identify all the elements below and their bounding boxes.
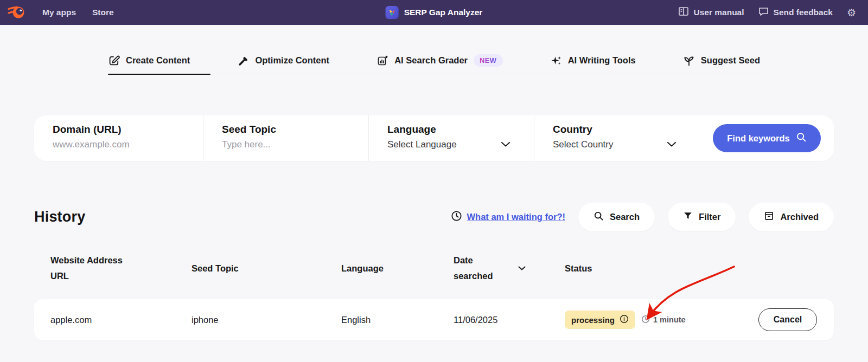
domain-field[interactable]: Domain (URL) <box>34 115 203 161</box>
column-language: Language <box>341 261 454 276</box>
history-header: History What am I waiting for?! Search <box>34 202 834 231</box>
search-icon <box>593 211 604 223</box>
tab-ai-writing-tools-label: AI Writing Tools <box>568 55 636 66</box>
tab-suggest-seed[interactable]: Suggest Seed <box>683 55 760 67</box>
seed-topic-input[interactable] <box>222 139 347 150</box>
archived-button[interactable]: Archived <box>749 203 834 231</box>
domain-label: Domain (URL) <box>53 124 203 135</box>
row-seed-topic: iphone <box>192 315 341 325</box>
column-website-address: Website Address URL <box>50 253 132 284</box>
language-field[interactable]: Language Select Language <box>369 115 534 161</box>
serp-gap-analyzer-app-icon <box>386 6 399 19</box>
tab-create-content-label: Create Content <box>126 55 190 66</box>
clock-icon <box>641 315 650 325</box>
tab-create-content[interactable]: Create Content <box>108 55 190 67</box>
clock-icon <box>451 210 462 224</box>
sparkles-icon <box>550 55 562 67</box>
nav-store[interactable]: Store <box>92 8 114 17</box>
search-button-label: Search <box>610 212 640 222</box>
app-title: SERP Gap Analyzer <box>404 8 483 17</box>
status-badge: processing <box>565 311 635 329</box>
info-circle-icon[interactable] <box>620 314 629 325</box>
seedling-icon <box>683 55 695 67</box>
seed-topic-field[interactable]: Seed Topic <box>203 115 369 161</box>
tab-bar: Create Content Optimize Content AI Searc… <box>108 54 760 74</box>
user-manual-link[interactable]: User manual <box>678 7 744 18</box>
history-table-row: apple.com iphone English 11/06/2025 proc… <box>34 299 834 340</box>
send-feedback-link[interactable]: Send feedback <box>758 7 833 18</box>
gear-icon[interactable]: ⚙ <box>847 8 856 18</box>
language-label: Language <box>387 124 534 135</box>
tab-suggest-seed-label: Suggest Seed <box>701 55 760 66</box>
waiting-link-text[interactable]: What am I waiting for?! <box>467 212 566 222</box>
chat-bubble-icon <box>758 7 769 18</box>
row-status-cell: processing 1 minute <box>565 311 742 329</box>
seed-topic-label: Seed Topic <box>222 124 368 135</box>
column-date-searched-label: Date searched <box>454 253 503 284</box>
column-seed-topic: Seed Topic <box>192 261 341 276</box>
find-keywords-button[interactable]: Find keywords <box>713 124 821 152</box>
find-keywords-label: Find keywords <box>727 133 790 144</box>
column-status: Status <box>565 261 742 276</box>
history-title: History <box>34 209 85 225</box>
keyword-search-form: Domain (URL) Seed Topic Language Select … <box>34 115 834 161</box>
duration-label: 1 minute <box>653 315 686 324</box>
nav-my-apps[interactable]: My apps <box>42 8 76 17</box>
history-table-header: Website Address URL Seed Topic Language … <box>34 248 834 289</box>
grader-chart-icon <box>376 55 388 67</box>
funnel-icon <box>683 211 693 223</box>
column-date-searched[interactable]: Date searched <box>454 253 565 284</box>
filter-button-label: Filter <box>699 212 720 222</box>
country-label: Country <box>553 124 700 135</box>
cancel-button[interactable]: Cancel <box>758 308 817 331</box>
chevron-down-icon <box>666 140 677 150</box>
tab-optimize-content-label: Optimize Content <box>255 55 329 66</box>
tab-ai-writing-tools[interactable]: AI Writing Tools <box>550 55 636 67</box>
semrush-flame-icon[interactable] <box>8 4 26 21</box>
top-navbar: My apps Store SERP Gap Analyzer User man… <box>0 0 868 25</box>
archived-button-label: Archived <box>780 212 819 222</box>
country-select-value: Select Country <box>553 139 614 150</box>
archive-box-icon <box>764 211 774 223</box>
hammer-icon <box>237 55 249 67</box>
user-manual-label: User manual <box>694 8 744 17</box>
active-tab-underline <box>108 74 210 75</box>
country-select[interactable]: Select Country <box>553 139 700 150</box>
send-feedback-label: Send feedback <box>774 8 833 17</box>
row-date: 11/06/2025 <box>454 315 565 325</box>
tab-ai-search-grader[interactable]: AI Search Grader NEW <box>376 54 502 67</box>
new-badge: NEW <box>474 54 503 67</box>
search-button[interactable]: Search <box>578 203 655 231</box>
waiting-info-link[interactable]: What am I waiting for?! <box>451 210 566 224</box>
processing-duration: 1 minute <box>641 315 686 325</box>
book-icon <box>678 7 689 18</box>
domain-input[interactable] <box>53 139 180 150</box>
row-language: English <box>341 315 454 325</box>
filter-button[interactable]: Filter <box>668 203 736 231</box>
row-website: apple.com <box>50 315 192 325</box>
app-title-group: SERP Gap Analyzer <box>386 6 483 19</box>
country-field[interactable]: Country Select Country <box>534 115 700 161</box>
tab-optimize-content[interactable]: Optimize Content <box>237 55 329 67</box>
edit-icon <box>108 55 120 67</box>
status-badge-label: processing <box>571 315 615 325</box>
search-icon <box>796 132 807 145</box>
chevron-down-icon[interactable] <box>518 263 526 273</box>
language-select-value: Select Language <box>387 139 457 150</box>
chevron-down-icon <box>500 140 511 150</box>
language-select[interactable]: Select Language <box>387 139 534 150</box>
tab-ai-search-grader-label: AI Search Grader <box>394 55 468 66</box>
